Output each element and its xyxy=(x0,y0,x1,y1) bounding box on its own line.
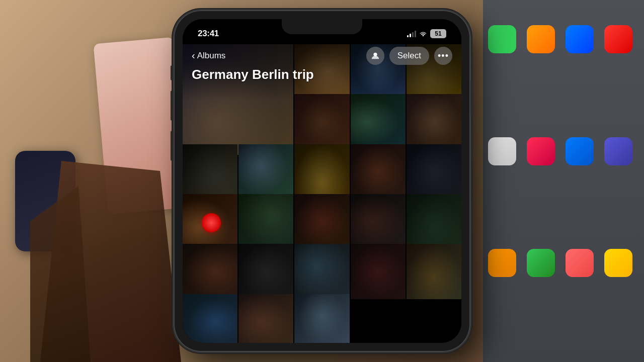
iphone-device: 23:41 xyxy=(174,10,470,352)
photo-cell-13[interactable] xyxy=(183,194,237,249)
bg-app-12 xyxy=(604,249,632,277)
mute-button xyxy=(171,65,174,80)
back-label: Albums xyxy=(197,51,226,61)
photo-cell-22[interactable] xyxy=(407,244,461,299)
photo-cell-10[interactable] xyxy=(294,144,349,199)
status-time: 23:41 xyxy=(198,29,219,39)
photo-cell-17[interactable] xyxy=(407,194,461,249)
photo-cell-7[interactable] xyxy=(407,94,461,149)
photo-cell-16[interactable] xyxy=(351,194,406,249)
nav-actions: Select ••• xyxy=(366,47,452,65)
photo-cell-6[interactable] xyxy=(351,94,406,149)
photo-cell-12[interactable] xyxy=(407,144,461,199)
volume-down-button xyxy=(171,131,174,161)
bg-app-2 xyxy=(527,25,555,53)
photo-cell-24[interactable] xyxy=(238,294,293,343)
signal-indicator xyxy=(407,30,416,37)
bg-app-9 xyxy=(488,249,516,277)
bg-app-7 xyxy=(566,137,594,165)
photo-cell-5[interactable] xyxy=(294,94,349,149)
status-icons: 51 xyxy=(407,29,446,38)
photo-cell-11[interactable] xyxy=(351,144,406,199)
photo-cell-15[interactable] xyxy=(294,194,349,249)
iphone-body: 23:41 xyxy=(174,10,470,352)
bg-app-10 xyxy=(527,249,555,277)
back-chevron-icon: ‹ xyxy=(192,50,195,61)
bg-app-1 xyxy=(488,25,516,53)
signal-bar-2 xyxy=(410,34,411,37)
svg-point-0 xyxy=(373,53,377,56)
wifi-icon xyxy=(419,30,427,38)
album-title-row: Germany Berlin trip xyxy=(192,67,452,82)
bg-second-screen xyxy=(483,0,644,362)
more-icon: ••• xyxy=(438,51,449,60)
battery-indicator: 51 xyxy=(430,29,446,38)
people-button[interactable] xyxy=(366,47,384,65)
photo-cell-14[interactable] xyxy=(238,194,293,249)
bg-app-grid xyxy=(483,20,644,362)
select-button[interactable]: Select xyxy=(389,47,429,65)
iphone-notch xyxy=(282,19,362,34)
photo-cell-18[interactable] xyxy=(183,244,237,299)
volume-up-button xyxy=(171,90,174,121)
photo-cell-9[interactable] xyxy=(238,144,293,199)
photo-cell-21[interactable] xyxy=(351,244,406,299)
bg-app-11 xyxy=(566,249,594,277)
power-button xyxy=(470,80,473,116)
bg-app-6 xyxy=(527,137,555,165)
back-button[interactable]: ‹ Albums xyxy=(192,51,225,61)
photos-app: 23:41 xyxy=(183,19,461,343)
bg-app-3 xyxy=(566,25,594,53)
album-title: Germany Berlin trip xyxy=(192,67,452,82)
nav-row: ‹ Albums Select ••• xyxy=(183,43,461,68)
photo-cell-23[interactable] xyxy=(183,294,237,343)
more-button[interactable]: ••• xyxy=(434,47,452,65)
iphone-screen: 23:41 xyxy=(183,19,461,343)
bg-app-5 xyxy=(488,137,516,165)
signal-bar-3 xyxy=(412,32,414,37)
photo-cell-8[interactable] xyxy=(183,144,237,199)
photo-cell-19[interactable] xyxy=(238,244,293,299)
signal-bar-4 xyxy=(415,31,416,37)
bg-app-4 xyxy=(604,25,632,53)
photo-cell-20[interactable] xyxy=(294,244,349,299)
bg-app-8 xyxy=(604,137,632,165)
signal-bar-1 xyxy=(407,35,409,37)
photo-cell-25[interactable] xyxy=(294,294,349,343)
